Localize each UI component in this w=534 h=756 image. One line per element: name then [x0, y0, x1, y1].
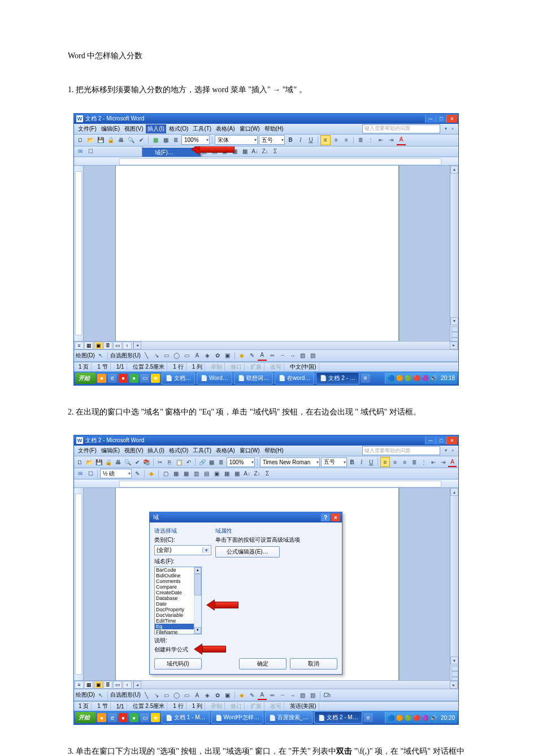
- shading-icon[interactable]: ▦: [171, 469, 180, 478]
- diagram-icon[interactable]: ◈: [203, 351, 212, 360]
- scroll-up-icon[interactable]: ▴: [194, 567, 201, 574]
- split-icon[interactable]: ‹: [123, 342, 132, 349]
- minimize-button[interactable]: ─: [425, 115, 436, 123]
- font-color-icon[interactable]: A: [258, 351, 267, 361]
- cut-icon[interactable]: ✂: [156, 457, 164, 466]
- ok-button[interactable]: 确定: [239, 658, 286, 669]
- picture-icon[interactable]: ▣: [223, 690, 232, 699]
- quicklaunch-icon[interactable]: ●: [97, 713, 106, 722]
- tray-icon[interactable]: 🔴: [413, 715, 420, 721]
- outline-view-icon[interactable]: ≣: [103, 681, 112, 689]
- envelope-icon[interactable]: ✉: [76, 469, 85, 478]
- open-icon[interactable]: 📂: [86, 136, 95, 145]
- mdi-menu-icon[interactable]: ▾: [443, 448, 449, 453]
- horizontal-ruler[interactable]: [74, 479, 458, 488]
- taskbar-item[interactable]: 📄百度搜索_…: [265, 711, 313, 724]
- taskbar-item[interactable]: 📄文档…: [162, 372, 195, 385]
- status-revise[interactable]: 修订: [228, 363, 245, 371]
- align-cell-icon[interactable]: ▣: [212, 469, 221, 478]
- normal-view-icon[interactable]: ≡: [75, 681, 84, 689]
- align-right-icon[interactable]: ≡: [342, 136, 351, 145]
- preview-icon[interactable]: 🔍: [127, 136, 136, 145]
- horizontal-scrollbar[interactable]: ◂ ▸: [133, 680, 458, 689]
- status-extend[interactable]: 扩展: [248, 363, 264, 371]
- line-color-icon[interactable]: ✎: [248, 351, 257, 360]
- dialog-close-button[interactable]: ×: [331, 513, 340, 521]
- scroll-left-icon[interactable]: ◂: [133, 342, 141, 349]
- outline-view-icon[interactable]: ≣: [103, 342, 112, 349]
- quicklaunch-icon[interactable]: ★: [151, 713, 160, 722]
- sort-asc-icon[interactable]: A↓: [250, 147, 259, 156]
- prev-page-icon[interactable]: [451, 326, 458, 332]
- pen-icon[interactable]: ✎: [133, 469, 142, 478]
- scroll-thumb[interactable]: [194, 574, 201, 595]
- bulleted-list-icon[interactable]: ⋮: [366, 136, 375, 145]
- list-item[interactable]: FileName: [155, 629, 194, 634]
- insert-table-icon[interactable]: ▦: [181, 469, 190, 478]
- canvas[interactable]: [84, 166, 450, 341]
- taskbar-item[interactable]: 📄文档 2 - …: [316, 372, 359, 385]
- oval-shape-icon[interactable]: ◯: [172, 690, 181, 699]
- outdent-icon[interactable]: ⇤: [429, 457, 437, 466]
- sum-icon[interactable]: Σ: [271, 147, 280, 156]
- close-button[interactable]: ×: [446, 437, 457, 444]
- tray-icon[interactable]: 🔴: [413, 375, 420, 381]
- tray-icon[interactable]: 🟠: [396, 375, 403, 381]
- outdent-icon[interactable]: ⇤: [376, 136, 385, 145]
- status-revise[interactable]: 修订: [228, 702, 245, 710]
- vertical-ruler[interactable]: [74, 166, 84, 341]
- taskbar-more-icon[interactable]: ≡: [361, 374, 370, 383]
- menu-tools[interactable]: 工具(T): [191, 124, 213, 133]
- menu-insert[interactable]: 插入(I): [146, 124, 166, 133]
- numbered-list-icon[interactable]: ≣: [356, 136, 365, 145]
- menu-insert[interactable]: 插入(I): [146, 446, 166, 455]
- font-size-combo[interactable]: 五号: [321, 457, 347, 467]
- save-icon[interactable]: 💾: [96, 136, 105, 145]
- labels-icon[interactable]: ☐: [86, 469, 95, 478]
- menu-help[interactable]: 帮助(H): [263, 446, 285, 455]
- columns-icon[interactable]: ≣: [217, 457, 225, 466]
- line-icon[interactable]: ╲: [142, 351, 151, 360]
- browse-object-icon[interactable]: [451, 332, 458, 338]
- menu-tools[interactable]: 工具(T): [191, 446, 213, 455]
- align-left-icon[interactable]: ≡: [320, 135, 331, 145]
- quicklaunch-icon[interactable]: ★: [151, 374, 160, 383]
- quicklaunch-icon[interactable]: ●: [119, 713, 128, 722]
- numbered-list-icon[interactable]: ≣: [410, 457, 419, 466]
- textbox-icon[interactable]: ▭: [183, 690, 192, 699]
- scroll-down-icon[interactable]: ▾: [194, 627, 201, 634]
- taskbar-item[interactable]: 📄联想词…: [234, 372, 273, 385]
- taskbar-item[interactable]: 📄Word…: [197, 372, 232, 385]
- bulleted-list-icon[interactable]: ⋮: [420, 457, 428, 466]
- scroll-right-icon[interactable]: ▸: [450, 681, 458, 689]
- scroll-right-icon[interactable]: ▸: [450, 342, 458, 349]
- reading-view-icon[interactable]: ▭: [113, 342, 122, 349]
- menu-edit[interactable]: 编辑(E): [99, 124, 121, 133]
- tray-icon[interactable]: 🔊: [430, 715, 437, 721]
- research-icon[interactable]: 📚: [142, 457, 151, 466]
- print-view-icon[interactable]: ▣: [94, 342, 103, 349]
- status-extend[interactable]: 扩展: [248, 702, 264, 710]
- list-item[interactable]: BarCode: [155, 567, 194, 573]
- wordart-icon[interactable]: A: [193, 690, 202, 699]
- status-overwrite[interactable]: 改写: [268, 702, 284, 710]
- font-color-icon[interactable]: A: [397, 135, 406, 145]
- draw-menu[interactable]: 绘图(D): [76, 352, 95, 360]
- draw-menu[interactable]: 绘图(D): [76, 691, 95, 699]
- zoom-combo[interactable]: 100%: [181, 135, 210, 145]
- list-item[interactable]: EditTime: [155, 618, 194, 624]
- mdi-close-icon[interactable]: ×: [450, 126, 455, 132]
- indent-icon[interactable]: ⇥: [387, 136, 396, 145]
- status-record[interactable]: 录制: [209, 702, 225, 710]
- rect-shape-icon[interactable]: ▭: [162, 690, 171, 699]
- fieldnames-listbox[interactable]: BarCode BidiOutline Comments Compare Cre…: [154, 567, 202, 634]
- paste-icon[interactable]: 📋: [175, 457, 184, 466]
- taskbar-item[interactable]: 📄文档 2 - M…: [314, 711, 362, 724]
- fieldcode-button[interactable]: 域代码(I): [154, 658, 202, 669]
- columns-icon[interactable]: ≣: [171, 136, 180, 145]
- line-color-icon[interactable]: ✎: [248, 690, 257, 699]
- clipart-icon[interactable]: ✿: [213, 351, 222, 360]
- vertical-scrollbar[interactable]: ▴ ▾: [450, 166, 458, 341]
- close-button[interactable]: ×: [446, 115, 457, 123]
- align-right-icon[interactable]: ≡: [401, 457, 409, 466]
